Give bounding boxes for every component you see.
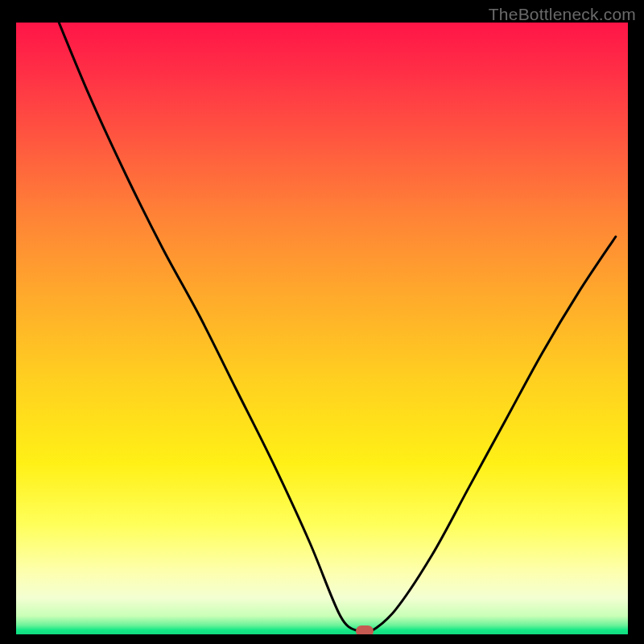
- plot-area: [16, 23, 628, 634]
- chart-frame: TheBottleneck.com: [0, 0, 644, 644]
- watermark-text: TheBottleneck.com: [489, 5, 636, 24]
- optimal-marker: [356, 625, 374, 634]
- curve-svg: [16, 23, 628, 634]
- bottleneck-curve: [59, 23, 616, 634]
